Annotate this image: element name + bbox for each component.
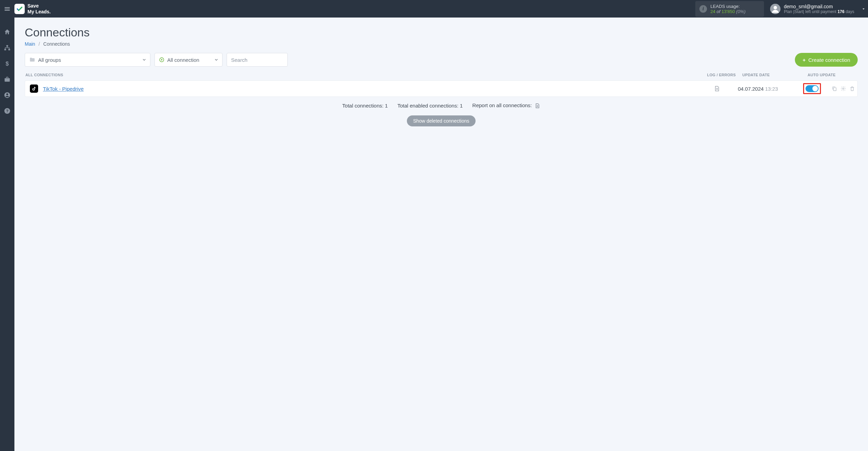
user-icon — [770, 4, 780, 14]
user-menu[interactable]: demo_sml@gmail.com Plan |Start| left unt… — [770, 4, 854, 14]
svg-rect-3 — [4, 49, 6, 50]
avatar — [770, 4, 780, 14]
groups-select-label: All groups — [38, 57, 61, 63]
gear-icon — [841, 86, 846, 91]
auto-update-highlight — [803, 83, 821, 94]
auto-update-toggle[interactable] — [806, 85, 819, 92]
chevron-down-icon — [214, 57, 219, 62]
summary-report: Report on all connections: — [472, 102, 540, 109]
sidebar-item-home[interactable] — [3, 28, 11, 36]
create-button-label: Create connection — [808, 57, 850, 63]
svg-text:?: ? — [6, 109, 8, 113]
sidebar-item-help[interactable]: ? — [3, 107, 11, 115]
create-connection-button[interactable]: + Create connection — [795, 53, 858, 67]
copy-icon — [832, 86, 837, 91]
connection-status-select[interactable]: All connection — [155, 53, 222, 67]
breadcrumb-current: Connections — [43, 41, 70, 47]
svg-point-13 — [843, 88, 844, 89]
table-header: All connections Log / Errors Update date… — [25, 73, 858, 80]
main-content: Connections Main / Connections All group… — [14, 18, 868, 451]
col-all-connections: All connections — [25, 73, 706, 77]
plan-suffix: days — [844, 9, 854, 14]
trash-icon — [849, 86, 855, 91]
usage-of: of — [717, 9, 720, 14]
show-deleted-button[interactable]: Show deleted connections — [407, 115, 475, 126]
tiktok-icon — [30, 84, 38, 93]
row-date: 04.07.2024 — [738, 86, 764, 92]
sidebar-item-tools[interactable] — [3, 75, 11, 83]
col-log: Log / Errors — [706, 73, 737, 77]
chevron-down-icon — [861, 7, 866, 11]
hamburger-menu-button[interactable] — [0, 0, 14, 18]
briefcase-icon — [4, 76, 11, 83]
svg-rect-2 — [7, 45, 8, 47]
brand-logo — [14, 4, 25, 14]
breadcrumb-sep: / — [38, 41, 40, 47]
usage-total: 13'850 — [722, 9, 735, 14]
summary-row: Total connections: 1 Total enabled conne… — [25, 102, 858, 109]
user-info: demo_sml@gmail.com Plan |Start| left unt… — [784, 4, 854, 14]
svg-text:$: $ — [5, 60, 9, 67]
usage-stats: 24 of 13'850 (0%) — [710, 9, 759, 14]
svg-point-8 — [6, 93, 8, 95]
summary-report-label: Report on all connections: — [472, 102, 532, 108]
summary-total: Total connections: 1 — [342, 103, 388, 109]
brand-text: Save My Leads. — [27, 3, 51, 14]
brand-line2: My Leads. — [27, 9, 51, 14]
folder-icon — [29, 57, 35, 63]
breadcrumb: Main / Connections — [25, 41, 858, 47]
svg-rect-4 — [8, 49, 10, 50]
plan-days: 176 — [837, 9, 844, 14]
table-row: TikTok - Pipedrive 04.07.2024 13:23 — [25, 80, 858, 97]
col-date: Update date — [737, 73, 802, 77]
user-circle-icon — [4, 92, 11, 99]
report-icon[interactable] — [535, 103, 540, 109]
document-icon — [714, 86, 720, 92]
col-auto: Auto update — [802, 73, 857, 77]
leads-usage-box: i LEADS usage: 24 of 13'850 (0%) — [695, 1, 764, 17]
sitemap-icon — [4, 44, 11, 51]
date-cell: 04.07.2024 13:23 — [732, 86, 798, 92]
svg-rect-6 — [5, 78, 10, 82]
usage-used: 24 — [710, 9, 715, 14]
connection-name-link[interactable]: TikTok - Pipedrive — [43, 86, 701, 92]
svg-point-1 — [774, 6, 777, 9]
dollar-icon: $ — [4, 60, 11, 67]
copy-button[interactable] — [831, 86, 837, 92]
user-menu-caret[interactable] — [861, 7, 866, 11]
groups-select[interactable]: All groups — [25, 53, 150, 67]
search-input[interactable] — [227, 53, 288, 67]
info-icon: i — [699, 5, 707, 13]
help-icon: ? — [4, 108, 11, 114]
brand-line1: Save — [27, 3, 51, 9]
check-icon — [16, 5, 23, 12]
summary-enabled: Total enabled connections: 1 — [397, 103, 462, 109]
usage-pct: (0%) — [736, 9, 745, 14]
settings-button[interactable] — [840, 86, 846, 92]
svg-rect-12 — [833, 88, 836, 91]
delete-button[interactable] — [849, 86, 855, 92]
plan-prefix: Plan |Start| left until payment — [784, 9, 837, 14]
sidebar: $ ? — [0, 18, 14, 451]
sidebar-item-billing[interactable]: $ — [3, 59, 11, 68]
page-title: Connections — [25, 26, 858, 39]
row-actions — [831, 86, 855, 92]
sidebar-item-connections[interactable] — [3, 44, 11, 52]
connection-select-label: All connection — [167, 57, 199, 63]
usage-label: LEADS usage: — [710, 4, 759, 9]
home-icon — [4, 29, 11, 35]
play-circle-icon — [159, 57, 164, 63]
auto-cell — [798, 83, 853, 94]
hamburger-icon — [4, 5, 11, 12]
user-email: demo_sml@gmail.com — [784, 4, 854, 9]
plus-icon: + — [802, 57, 806, 63]
user-plan: Plan |Start| left until payment 176 days — [784, 9, 854, 14]
filters-row: All groups All connection + Create conne… — [25, 53, 858, 67]
row-time: 13:23 — [765, 86, 778, 92]
topbar: Save My Leads. i LEADS usage: 24 of 13'8… — [0, 0, 868, 18]
sidebar-item-account[interactable] — [3, 91, 11, 99]
breadcrumb-main[interactable]: Main — [25, 41, 35, 47]
chevron-down-icon — [142, 57, 147, 62]
log-cell[interactable] — [701, 86, 732, 92]
